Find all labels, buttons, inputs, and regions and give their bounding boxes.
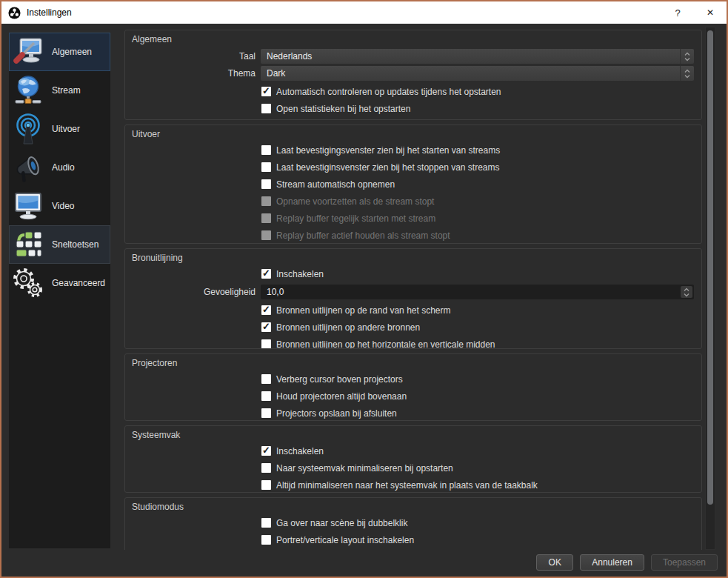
- group-title: Uitvoer: [125, 127, 701, 142]
- checkbox-row: Replay buffer tegelijk starten met strea…: [125, 210, 701, 227]
- checkbox-label: Altijd minimaliseren naar het systeemvak…: [276, 480, 538, 491]
- spinner-buttons[interactable]: [680, 66, 694, 81]
- sidebar-item-uitvoer[interactable]: Uitvoer: [9, 110, 110, 148]
- cancel-button[interactable]: Annuleren: [580, 554, 644, 571]
- checkbox[interactable]: [261, 145, 271, 155]
- spinner-buttons[interactable]: [681, 286, 692, 298]
- checkbox-label: Laat bevestiginsvenster zien bij het sto…: [276, 162, 500, 173]
- checkbox[interactable]: [261, 480, 271, 490]
- broadcast-icon: [12, 113, 44, 145]
- checkbox-row: Naar systeemvak minimaliseren bij opstar…: [125, 459, 701, 476]
- group-uitvoer: Uitvoer Laat bevestigingsvenster zien bi…: [124, 124, 702, 244]
- thema-value: Dark: [261, 68, 680, 79]
- checkbox-row: Laat bevestigingsvenster zien bij het st…: [125, 142, 701, 159]
- checkbox[interactable]: [261, 87, 271, 96]
- checkbox-label: Inschakelen: [276, 269, 324, 279]
- group-title: Algemeen: [125, 32, 701, 47]
- checkbox[interactable]: [261, 463, 271, 473]
- checkbox-label: Houd projectoren altijd bovenaan: [276, 391, 407, 402]
- checkbox-label: Replay buffer actief houden als stream s…: [276, 230, 450, 241]
- checkbox: [261, 213, 271, 223]
- group-projectoren: Projectoren Verberg cursor boven project…: [124, 353, 702, 421]
- settings-sidebar: Algemeen Stream: [9, 33, 110, 548]
- gevoeligheid-value: 10,0: [261, 287, 681, 297]
- checkbox-label: Replay buffer tegelijk starten met strea…: [276, 213, 435, 224]
- checkbox-row: Ga over naar scène bij dubbelklik: [125, 514, 701, 531]
- checkbox[interactable]: [261, 179, 271, 189]
- settings-content: Algemeen Taal Nederlands Them: [124, 30, 702, 550]
- keyboard-keys-icon: [12, 228, 44, 261]
- checkbox-label: Ga over naar scène bij dubbelklik: [276, 518, 407, 528]
- vertical-scrollbar[interactable]: [705, 27, 715, 550]
- checkbox: [261, 196, 271, 206]
- sidebar-item-geavanceerd[interactable]: Geavanceerd: [9, 264, 110, 302]
- sidebar-item-sneltoetsen[interactable]: Sneltoetsen: [9, 225, 110, 264]
- checkbox-row: Bronnen uitlijnen op het horizontale en …: [125, 336, 701, 349]
- main-area: Algemeen Stream: [1, 24, 727, 577]
- checkbox: [261, 230, 271, 240]
- chevron-up-down-icon: [684, 52, 690, 62]
- monitor-screwdriver-icon: [12, 36, 44, 68]
- checkbox-row: Altijd minimaliseren naar het systeemvak…: [125, 476, 701, 493]
- checkbox-label: Laat bevestigingsvenster zien bij het st…: [276, 145, 500, 156]
- gevoeligheid-label: Gevoeligheid: [125, 287, 256, 297]
- checkbox[interactable]: [261, 162, 271, 172]
- close-button[interactable]: ✕: [694, 1, 727, 24]
- checkbox-row: Automatisch controleren op updates tijde…: [125, 83, 701, 100]
- group-studiomodus: Studiomodus Ga over naar scène bij dubbe…: [124, 497, 702, 550]
- thema-select[interactable]: Dark: [261, 66, 694, 81]
- sidebar-item-video[interactable]: Video: [9, 187, 110, 225]
- group-title: Studiomodus: [125, 499, 701, 514]
- checkbox-row: Projectors opslaan bij afsluiten: [125, 405, 701, 421]
- group-title: Bronuitlijning: [125, 250, 701, 265]
- sidebar-item-label: Audio: [52, 162, 75, 173]
- chevron-up-down-icon: [684, 288, 689, 297]
- checkbox-row: Inschakelen: [125, 265, 701, 282]
- ok-button[interactable]: OK: [536, 554, 573, 571]
- checkbox[interactable]: [261, 374, 271, 384]
- checkbox-label: Portret/verticale layout inschakelen: [276, 535, 414, 545]
- sidebar-item-algemeen[interactable]: Algemeen: [9, 33, 110, 71]
- checkbox-row: Stream automatisch opnemen: [125, 176, 701, 193]
- checkbox[interactable]: [261, 446, 271, 456]
- thema-label: Thema: [125, 68, 256, 79]
- sidebar-item-label: Algemeen: [52, 47, 92, 57]
- taal-value: Nederlands: [261, 51, 680, 62]
- checkbox-row: Inschakelen: [125, 442, 701, 459]
- sidebar-item-stream[interactable]: Stream: [9, 71, 110, 110]
- checkbox[interactable]: [261, 518, 271, 528]
- group-systeemvak: Systeemvak Inschakelen Naar systeemvak m…: [124, 425, 702, 493]
- apply-button: Toepassen: [651, 554, 718, 571]
- checkbox-label: Naar systeemvak minimaliseren bij opstar…: [276, 463, 453, 474]
- group-title: Systeemvak: [125, 428, 701, 442]
- gevoeligheid-input[interactable]: 10,0: [261, 285, 694, 299]
- checkbox-row: Houd projectoren altijd bovenaan: [125, 388, 701, 405]
- checkbox[interactable]: [261, 535, 271, 545]
- checkbox-label: Bronnen uitlijnen op de rand van het sch…: [276, 305, 450, 316]
- checkbox-label: Bronnen uitlijnen op het horizontale en …: [276, 339, 495, 350]
- group-algemeen: Algemeen Taal Nederlands Them: [124, 30, 702, 120]
- checkbox[interactable]: [261, 269, 271, 279]
- titlebar: Instellingen ? ✕: [1, 1, 727, 24]
- checkbox[interactable]: [261, 322, 271, 332]
- sidebar-item-label: Geavanceerd: [52, 278, 105, 288]
- checkbox-row: Open statistieken bij het opstarten: [125, 100, 701, 117]
- taal-select[interactable]: Nederlands: [261, 49, 694, 64]
- checkbox-label: Open statistieken bij het opstarten: [276, 104, 410, 114]
- checkbox[interactable]: [261, 391, 271, 401]
- checkbox-label: Opname voortzetten als de stream stopt: [276, 196, 434, 207]
- scrollbar-thumb[interactable]: [707, 30, 713, 505]
- checkbox-label: Inschakelen: [276, 446, 324, 456]
- sidebar-item-audio[interactable]: Audio: [9, 148, 110, 187]
- checkbox[interactable]: [261, 408, 271, 418]
- obs-logo-icon: [8, 7, 21, 19]
- monitor-icon: [12, 190, 44, 222]
- checkbox[interactable]: [261, 104, 271, 113]
- help-button[interactable]: ?: [661, 1, 694, 24]
- checkbox-row: Replay buffer actief houden als stream s…: [125, 227, 701, 244]
- checkbox[interactable]: [261, 305, 271, 315]
- spinner-buttons[interactable]: [680, 49, 694, 64]
- checkbox-row: Opname voortzetten als de stream stopt: [125, 193, 701, 210]
- checkbox[interactable]: [261, 339, 271, 349]
- checkbox-label: Stream automatisch opnemen: [276, 179, 395, 190]
